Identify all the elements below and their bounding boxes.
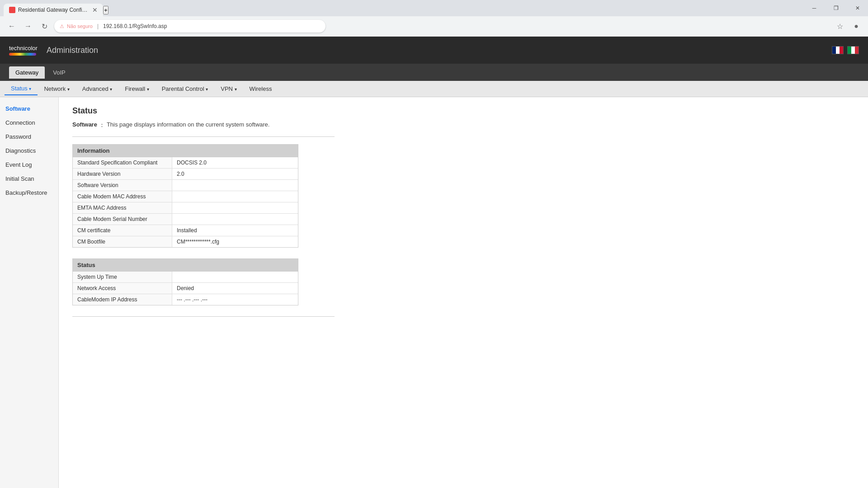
status-label-1: Network Access bbox=[73, 283, 172, 294]
status-value-1: Denied bbox=[172, 283, 298, 294]
status-table: Status System Up Time Network Access Den… bbox=[72, 258, 298, 305]
main-content: Status Software ： This page displays inf… bbox=[59, 97, 868, 488]
mainnav-item-firewall[interactable]: Firewall ▾ bbox=[118, 83, 155, 95]
status-row-1: Network Access Denied bbox=[73, 283, 298, 294]
window-controls: ─ ❐ ✕ bbox=[804, 1, 868, 15]
page-title: Status bbox=[72, 106, 854, 116]
logo-text: technicolor bbox=[9, 45, 38, 52]
info-value-3 bbox=[172, 191, 298, 202]
profile-icon[interactable]: ● bbox=[850, 20, 863, 33]
sidebar-item-backuprestore[interactable]: Backup/Restore bbox=[0, 186, 58, 200]
info-row-4: EMTA MAC Address bbox=[73, 202, 298, 214]
status-value-2: --- .--- .--- .--- bbox=[172, 294, 298, 305]
browser-tab-bar: Residential Gateway Configurati... ✕ + ─… bbox=[0, 0, 868, 16]
info-label-2: Software Version bbox=[73, 180, 172, 191]
info-row-1: Hardware Version 2.0 bbox=[73, 169, 298, 180]
sidebar-item-diagnostics[interactable]: Diagnostics bbox=[0, 144, 58, 158]
active-tab[interactable]: Residential Gateway Configurati... ✕ bbox=[4, 4, 103, 16]
bookmark-icon[interactable]: ☆ bbox=[834, 20, 846, 33]
mainnav-item-network[interactable]: Network ▾ bbox=[38, 83, 75, 95]
info-row-7: CM Bootfile CM************.cfg bbox=[73, 236, 298, 247]
forward-button[interactable]: → bbox=[22, 20, 34, 33]
tab-favicon bbox=[9, 7, 15, 13]
info-value-1: 2.0 bbox=[172, 169, 298, 179]
address-bar: ← → ↻ ⚠ Não seguro | 192.168.0.1/RgSwInf… bbox=[0, 16, 868, 36]
minimize-button[interactable]: ─ bbox=[804, 1, 825, 15]
mainnav-item-vpn[interactable]: VPN ▾ bbox=[214, 83, 243, 95]
info-label-3: Cable Modem MAC Address bbox=[73, 191, 172, 202]
info-row-6: CM certificate Installed bbox=[73, 225, 298, 236]
info-row-2: Software Version bbox=[73, 180, 298, 191]
sidebar-item-initialscan[interactable]: Initial Scan bbox=[0, 172, 58, 186]
sidebar-item-software[interactable]: Software bbox=[0, 102, 58, 116]
info-label-5: Cable Modem Serial Number bbox=[73, 214, 172, 225]
status-dropdown-arrow: ▾ bbox=[29, 86, 31, 91]
info-row-5: Cable Modem Serial Number bbox=[73, 214, 298, 225]
sidebar-item-password[interactable]: Password bbox=[0, 130, 58, 144]
info-value-6: Installed bbox=[172, 225, 298, 236]
close-tab-button[interactable]: ✕ bbox=[92, 6, 98, 14]
description-line: Software ： This page displays informatio… bbox=[72, 121, 854, 129]
not-secure-label: Não seguro bbox=[67, 23, 93, 29]
separator-top bbox=[72, 136, 335, 137]
subnav-item-voip[interactable]: VoIP bbox=[47, 66, 71, 79]
description-label: Software bbox=[72, 121, 97, 128]
info-label-4: EMTA MAC Address bbox=[73, 202, 172, 213]
info-value-7: CM************.cfg bbox=[172, 236, 298, 247]
information-table-header: Information bbox=[73, 145, 298, 157]
info-value-4 bbox=[172, 202, 298, 213]
description-colon: ： bbox=[99, 121, 105, 129]
tab-title: Residential Gateway Configurati... bbox=[18, 7, 90, 13]
mainnav-item-advanced[interactable]: Advanced ▾ bbox=[76, 83, 118, 95]
browser-actions: ☆ ● bbox=[834, 20, 863, 33]
info-value-5 bbox=[172, 214, 298, 225]
url-separator: | bbox=[97, 23, 99, 29]
sub-navigation: Gateway VoIP bbox=[0, 64, 868, 81]
network-dropdown-arrow: ▾ bbox=[67, 87, 70, 92]
info-label-0: Standard Specification Compliant bbox=[73, 157, 172, 168]
not-secure-icon: ⚠ bbox=[60, 23, 64, 29]
url-text: 192.168.0.1/RgSwInfo.asp bbox=[103, 23, 167, 29]
status-table-header: Status bbox=[73, 259, 298, 272]
logo: technicolor bbox=[9, 45, 38, 56]
header-flags bbox=[832, 46, 859, 54]
mainnav-item-wireless[interactable]: Wireless bbox=[243, 83, 278, 95]
status-value-0 bbox=[172, 272, 298, 282]
logo-rainbow bbox=[9, 53, 36, 56]
status-row-0: System Up Time bbox=[73, 272, 298, 283]
flag-en[interactable] bbox=[832, 46, 844, 54]
url-bar[interactable]: ⚠ Não seguro | 192.168.0.1/RgSwInfo.asp bbox=[54, 20, 326, 33]
mainnav-item-status[interactable]: Status ▾ bbox=[5, 82, 38, 95]
tab-bar: Residential Gateway Configurati... ✕ + bbox=[0, 0, 804, 16]
logo-area: technicolor bbox=[9, 45, 38, 56]
main-navigation: Status ▾ Network ▾ Advanced ▾ Firewall ▾… bbox=[0, 81, 868, 97]
reload-button[interactable]: ↻ bbox=[38, 20, 51, 33]
info-value-0: DOCSIS 2.0 bbox=[172, 157, 298, 168]
close-button[interactable]: ✕ bbox=[847, 1, 868, 15]
content-area: Software Connection Password Diagnostics… bbox=[0, 97, 868, 488]
info-label-6: CM certificate bbox=[73, 225, 172, 236]
back-button[interactable]: ← bbox=[5, 20, 18, 33]
status-label-0: System Up Time bbox=[73, 272, 172, 282]
sidebar-item-eventlog[interactable]: Event Log bbox=[0, 158, 58, 172]
status-label-2: CableModem IP Address bbox=[73, 294, 172, 305]
sidebar: Software Connection Password Diagnostics… bbox=[0, 97, 59, 488]
description-text: This page displays information on the cu… bbox=[107, 121, 270, 128]
flag-it[interactable] bbox=[847, 46, 859, 54]
info-value-2 bbox=[172, 180, 298, 191]
subnav-item-gateway[interactable]: Gateway bbox=[9, 66, 45, 79]
router-header: technicolor Administration bbox=[0, 37, 868, 64]
separator-bottom bbox=[72, 316, 335, 317]
firewall-dropdown-arrow: ▾ bbox=[147, 87, 149, 92]
info-label-7: CM Bootfile bbox=[73, 236, 172, 247]
sidebar-item-connection[interactable]: Connection bbox=[0, 116, 58, 130]
advanced-dropdown-arrow: ▾ bbox=[110, 87, 112, 92]
information-table: Information Standard Specification Compl… bbox=[72, 144, 298, 248]
status-row-2: CableModem IP Address --- .--- .--- .--- bbox=[73, 294, 298, 305]
restore-button[interactable]: ❐ bbox=[826, 1, 846, 15]
parental-dropdown-arrow: ▾ bbox=[206, 87, 208, 92]
new-tab-button[interactable]: + bbox=[103, 6, 108, 14]
mainnav-item-parental[interactable]: Parental Control ▾ bbox=[156, 83, 215, 95]
info-row-3: Cable Modem MAC Address bbox=[73, 191, 298, 202]
header-title: Administration bbox=[47, 46, 98, 55]
